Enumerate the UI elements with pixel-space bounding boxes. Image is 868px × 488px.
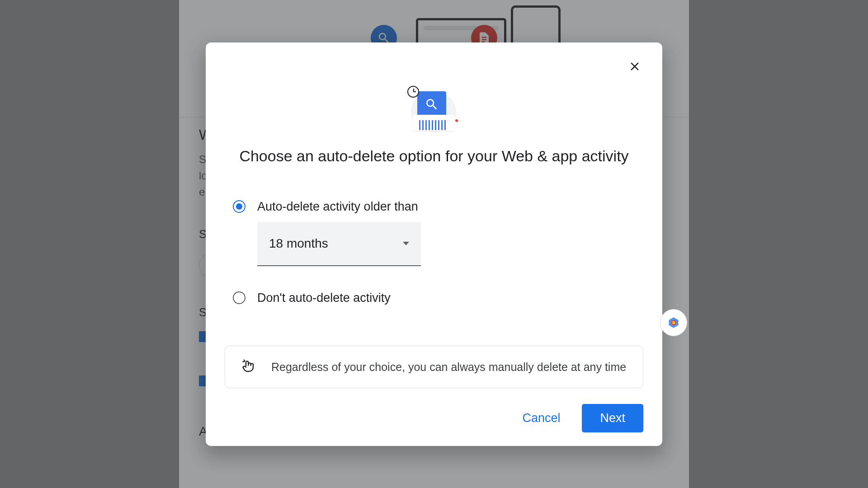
radio-auto-delete[interactable]: [233, 200, 245, 213]
close-button[interactable]: [625, 57, 644, 76]
cancel-button[interactable]: Cancel: [513, 405, 569, 432]
option-auto-delete[interactable]: Auto-delete activity older than: [233, 197, 643, 216]
shredder-icon: [413, 115, 454, 131]
radio-group: Auto-delete activity older than 18 month…: [225, 197, 643, 307]
chevron-down-icon: [403, 242, 409, 245]
duration-dropdown[interactable]: 18 months: [257, 222, 421, 266]
svg-point-1: [672, 321, 675, 324]
info-text: Regardless of your choice, you can alway…: [271, 361, 626, 374]
next-button[interactable]: Next: [582, 404, 643, 432]
modal-illustration: [225, 88, 643, 133]
modal-footer: Cancel Next: [225, 391, 643, 432]
auto-delete-modal: Choose an auto-delete option for your We…: [206, 42, 662, 446]
radio-dont-delete[interactable]: [233, 291, 245, 304]
radio-label: Auto-delete activity older than: [257, 200, 418, 214]
search-tile-icon: [417, 91, 446, 117]
close-icon: [628, 60, 642, 73]
clock-icon: [407, 86, 419, 98]
modal-title: Choose an auto-delete option for your We…: [225, 147, 643, 165]
info-box: Regardless of your choice, you can alway…: [225, 346, 643, 388]
radio-label: Don't auto-delete activity: [257, 291, 391, 305]
google-shopping-icon: [660, 309, 687, 336]
touch-icon: [241, 359, 255, 375]
option-dont-delete[interactable]: Don't auto-delete activity: [233, 289, 643, 307]
dropdown-value: 18 months: [269, 236, 328, 251]
